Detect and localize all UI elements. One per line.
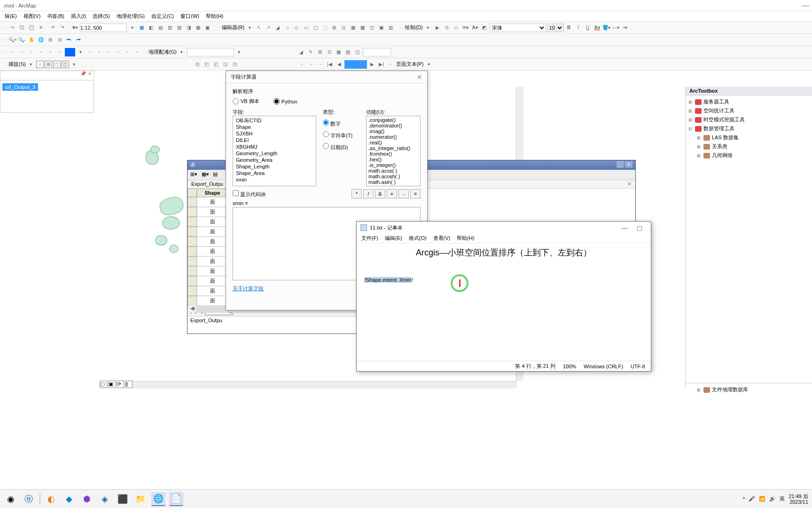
op-minus[interactable]: -	[398, 189, 409, 198]
chevron-down-icon[interactable]: ▾	[245, 24, 254, 32]
np-menu-help[interactable]: 帮助(H)	[457, 235, 474, 242]
attrtable-foot-tab[interactable]: Export_Outpu	[190, 318, 222, 323]
gr4-icon[interactable]: ▫	[37, 48, 45, 56]
table-cell[interactable]: 面	[197, 207, 228, 217]
gr12-icon[interactable]: ▫	[123, 48, 132, 56]
grip[interactable]: ⋮⋮	[398, 25, 404, 30]
prev-icon[interactable]: ◀	[335, 60, 344, 69]
field-item[interactable]: Shape_Length	[234, 163, 315, 170]
snap3-icon[interactable]: □	[53, 61, 61, 68]
field-item[interactable]: Geometry_Area	[234, 157, 315, 163]
grip[interactable]: ⋮⋮	[2, 50, 8, 54]
func-item[interactable]: .real()	[367, 140, 419, 145]
notepad-textarea[interactable]: Arcgis—小班空间位置排序（上到下、左到右） !Shape.extent. …	[357, 243, 651, 287]
georef-input[interactable]	[363, 48, 391, 56]
snap2-icon[interactable]: ⊞	[45, 61, 52, 68]
ed4-icon[interactable]: ☆	[283, 24, 291, 32]
op-mult[interactable]: *	[351, 189, 362, 198]
color-swatch[interactable]	[65, 48, 75, 56]
bold-icon[interactable]: B	[565, 24, 573, 32]
op-div[interactable]: /	[363, 189, 374, 198]
table-cell[interactable]: 面	[197, 286, 228, 296]
field-item[interactable]: Shape_Area	[234, 170, 315, 176]
scale-dropdown-icon[interactable]: ▾	[128, 24, 136, 32]
tool5-icon[interactable]: ▧	[175, 24, 183, 32]
window-close-icon[interactable]: ✕	[625, 161, 632, 168]
pin-icon[interactable]: 📌	[80, 71, 86, 80]
gr8-icon[interactable]: ▫	[86, 48, 94, 56]
georef-layer[interactable]	[187, 48, 234, 56]
menu-select[interactable]: 选择(S)	[93, 13, 110, 20]
app2-icon[interactable]: ⬢	[80, 492, 94, 506]
showcode-checkbox[interactable]: 显示代码块	[233, 190, 266, 198]
radio-vb[interactable]: VB 脚本	[233, 98, 259, 105]
pause-icon[interactable]: ||	[125, 381, 133, 388]
layout2-icon[interactable]: ◰	[203, 60, 211, 69]
attrtable-tabname[interactable]: Export_Outpu	[191, 181, 223, 187]
radio-python[interactable]: Python	[273, 98, 297, 105]
col-rowhead[interactable]	[187, 189, 197, 197]
gr3-icon[interactable]: ▫	[27, 48, 36, 56]
ime-indicator[interactable]: 英	[780, 495, 785, 502]
layout3-icon[interactable]: ◱	[212, 60, 220, 69]
table-cell[interactable]: 面	[197, 256, 228, 266]
delete-icon[interactable]: ✕	[37, 24, 45, 32]
snap5-icon[interactable]: ▾	[70, 60, 78, 69]
undo-icon[interactable]: ↶	[49, 24, 57, 32]
gr1-icon[interactable]: ▫	[8, 48, 17, 56]
maximize-button[interactable]: ▢	[632, 224, 647, 231]
gr2-icon[interactable]: ▫	[18, 48, 26, 56]
pan-icon[interactable]: ✋	[27, 36, 36, 44]
menu-bookmark[interactable]: 书签(B)	[47, 13, 64, 20]
gr17-icon[interactable]: ⊞	[316, 48, 324, 56]
tree-subitem[interactable]: ⊞关系类	[688, 142, 809, 151]
about-link[interactable]: 关于计算字段	[233, 285, 264, 292]
last-icon[interactable]: ▶|	[377, 60, 386, 69]
refresh-icon[interactable]: ⟳	[117, 381, 124, 388]
scroll-left-icon[interactable]: ◀	[188, 305, 196, 313]
np-menu-edit[interactable]: 编辑(E)	[385, 235, 402, 242]
ed1-icon[interactable]: ↖	[255, 24, 263, 32]
grip[interactable]: ⋮⋮	[215, 25, 221, 30]
func-item[interactable]: .is_integer()	[367, 162, 419, 168]
tree-item[interactable]: ⊞时空模式挖掘工具	[688, 115, 809, 124]
gr11-icon[interactable]: ▫	[114, 48, 122, 56]
field-item[interactable]: xmin	[234, 176, 315, 183]
window-min-icon[interactable]: _	[617, 161, 624, 168]
np-menu-file[interactable]: 文件(F)	[361, 235, 378, 242]
notepad-taskbar-icon[interactable]: 📄	[169, 492, 183, 506]
ed12-icon[interactable]: ▩	[358, 24, 367, 32]
op-and[interactable]: &	[375, 189, 385, 198]
radio-number[interactable]: 数字	[323, 119, 359, 127]
tool3-icon[interactable]: ▤	[156, 24, 164, 32]
nextext-icon[interactable]: ⮫	[74, 36, 83, 44]
menu-geoprocess[interactable]: 地理处理(G)	[117, 13, 145, 20]
tree-item[interactable]: ⊞服务器工具	[688, 97, 809, 106]
func-item[interactable]: math.acosh( )	[367, 174, 419, 179]
gr13-icon[interactable]: ▫	[133, 48, 141, 56]
menu-edit[interactable]: 辑(E)	[5, 13, 17, 20]
tree-subitem[interactable]: ⊞LAS 数据集	[688, 133, 809, 142]
table-rowhead[interactable]	[187, 246, 197, 256]
func-item[interactable]: .imag()	[367, 128, 419, 134]
text-icon[interactable]: A▾	[471, 24, 479, 32]
close-icon[interactable]: ✕	[417, 73, 422, 81]
wifi-icon[interactable]: 📶	[759, 496, 765, 502]
field-item[interactable]: OBJECTID	[234, 117, 315, 124]
fields-list[interactable]: OBJECTID Shape SJXBH DILEI XBGHMJ Geomet…	[233, 116, 316, 186]
grip[interactable]: ⋮⋮	[2, 38, 8, 42]
tbl3-icon[interactable]: ▤	[213, 171, 220, 179]
volume-icon[interactable]: 🔊	[769, 496, 776, 502]
ed11-icon[interactable]: ▦	[349, 24, 357, 32]
italic-icon[interactable]: I	[574, 24, 583, 32]
menu-customize[interactable]: 自定义(C)	[151, 13, 174, 20]
page3-icon[interactable]: ▫	[316, 60, 325, 69]
map-hscrollbar[interactable]	[132, 381, 517, 389]
redo-icon[interactable]: ↷	[58, 24, 67, 32]
radio-string[interactable]: 字符串(T)	[323, 131, 359, 139]
ed7-icon[interactable]: ▢	[311, 24, 320, 32]
table-rowhead[interactable]	[187, 276, 197, 286]
sketchup-icon[interactable]: ◈	[98, 492, 112, 506]
np-menu-format[interactable]: 格式(O)	[409, 235, 427, 242]
gr7-icon[interactable]: ▾	[76, 48, 85, 56]
